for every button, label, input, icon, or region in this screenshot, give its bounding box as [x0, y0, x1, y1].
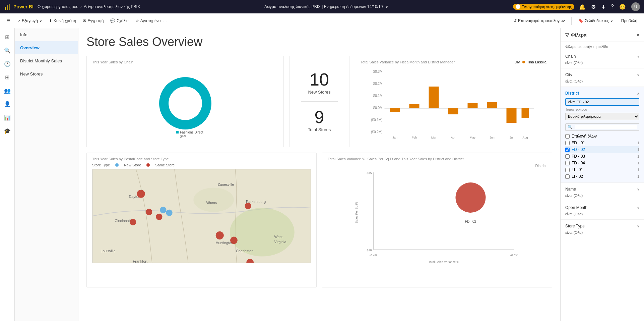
view-button[interactable]: Προβολή	[619, 17, 640, 24]
sidebar-learn-icon[interactable]: 🎓	[1, 125, 13, 137]
bubble-fd02[interactable]	[456, 182, 486, 213]
sidebar-recent-icon[interactable]: 🕐	[1, 58, 13, 70]
donut-legend-value: $4M	[180, 135, 186, 138]
filter-search-input[interactable]	[575, 125, 637, 129]
filter-store-type-section: Store Type ∨ είναι (Όλα)	[561, 220, 644, 238]
sidebar-shared-icon[interactable]: 👥	[1, 85, 13, 97]
donut-chart-panel[interactable]: This Year Sales by Chain Fashions Direct…	[86, 56, 284, 147]
export-icon: ↗	[17, 18, 20, 23]
ribbon: ☰ ↗ Εξαγωγή ∨ ⬆ Κοινή χρήση ✉ Εγγραφή 💬 …	[0, 13, 644, 28]
store-dot[interactable]	[216, 231, 224, 239]
app-logo[interactable]: Power BI	[4, 3, 34, 10]
feedback-icon[interactable]: 😊	[619, 4, 626, 10]
bar-jul[interactable]	[507, 108, 517, 123]
bar-feb[interactable]	[409, 104, 420, 108]
svg-text:Jul: Jul	[510, 136, 514, 139]
store-dot[interactable]	[130, 219, 136, 225]
user-avatar[interactable]: U	[631, 2, 640, 11]
comments-button[interactable]: 💬 Σχόλια	[108, 17, 131, 24]
fd03-checkbox[interactable]	[565, 154, 570, 159]
filter-city-header[interactable]: City ∨	[565, 71, 639, 78]
bookmarks-button[interactable]: 🔖 Σελιδοδείκτες ∨	[576, 17, 616, 24]
filter-district-item-fd02[interactable]: FD - 02 1	[565, 146, 639, 153]
svg-text:Charleston: Charleston	[236, 249, 253, 253]
filter-type-select[interactable]: Βασικό φιλτράρισμα	[565, 113, 639, 120]
nav-item-district-monthly-sales[interactable]: District Monthly Sales	[15, 54, 78, 67]
filter-store-type-header[interactable]: Store Type ∨	[565, 222, 639, 230]
favorites-button[interactable]: ☆ Αγαπημένο ...	[133, 17, 170, 24]
menu-icon[interactable]: ☰	[4, 17, 13, 24]
settings-icon[interactable]: ⚙	[591, 4, 596, 10]
filter-district-header[interactable]: District ∧	[565, 90, 639, 97]
bar-apr[interactable]	[448, 108, 458, 114]
chevron-down-icon[interactable]: ∨	[385, 4, 388, 9]
report-name[interactable]: Δείγμα ανάλυσης λιανικής PBIX	[84, 4, 140, 9]
filter-name-header[interactable]: Name ∨	[565, 185, 639, 193]
nav-item-overview[interactable]: Overview	[15, 41, 78, 54]
new-look-toggle[interactable]: Ενεργοποίηση νέας εμφάνισης	[513, 4, 575, 10]
bar-chart-panel[interactable]: Total Sales Variance by FiscalMonth and …	[355, 56, 552, 147]
li02-checkbox[interactable]	[565, 174, 570, 179]
filter-chain-section: Chain ∨ είναι (Όλα)	[561, 50, 644, 68]
map-title: This Year Sales by PostalCode and Store …	[92, 157, 169, 161]
notification-icon[interactable]: 🔔	[579, 4, 586, 10]
store-dot[interactable]	[245, 203, 251, 209]
li01-checkbox[interactable]	[565, 168, 570, 172]
filter-district-item-fd04[interactable]: FD - 04 1	[565, 160, 639, 166]
bar-aug[interactable]	[522, 108, 529, 118]
download-icon[interactable]: ⬇	[601, 4, 605, 10]
bar-jan[interactable]	[390, 108, 400, 112]
bar-jun[interactable]	[487, 102, 497, 108]
filter-city-label: City	[565, 72, 572, 77]
store-dot[interactable]	[146, 209, 152, 215]
li02-label: LI - 02	[572, 174, 583, 179]
store-dot[interactable]	[230, 236, 238, 244]
new-store-dot-map[interactable]	[166, 210, 172, 216]
help-icon[interactable]: ?	[611, 4, 614, 10]
new-store-dot-map[interactable]	[160, 207, 166, 213]
fd02-checkbox[interactable]	[565, 148, 570, 152]
city-chevron-icon: ∨	[637, 73, 639, 77]
filter-open-month-value: είναι (Όλα)	[565, 211, 639, 217]
filter-chain-header[interactable]: Chain ∨	[565, 53, 639, 60]
filter-open-month-header[interactable]: Open Month ∨	[565, 204, 639, 211]
filter-select-all-item[interactable]: Επιλογή όλων	[565, 133, 639, 140]
filter-funnel-icon: ▽	[565, 32, 569, 38]
nav-item-info[interactable]: Info	[15, 28, 78, 41]
store-dot[interactable]	[137, 190, 145, 198]
fd04-checkbox[interactable]	[565, 161, 570, 165]
map-container[interactable]: Dayton Cincinnati Zanesville Athens Park…	[92, 169, 311, 263]
filter-collapse-icon[interactable]: »	[637, 32, 639, 38]
restore-button[interactable]: ↺ Επαναφορά προεπιλογών	[511, 17, 567, 24]
scatter-area: $15 $10 -0.4% -0.3% Sales Per Sq Ft Tota…	[328, 169, 546, 283]
svg-text:Sales Per Sq Ft: Sales Per Sq Ft	[355, 202, 358, 223]
nav-label-district-monthly-sales: District Monthly Sales	[20, 58, 62, 63]
filter-district-item-li01[interactable]: LI - 01 1	[565, 166, 639, 173]
filter-district-item-li02[interactable]: LI - 02 1	[565, 173, 639, 180]
sidebar-search-icon[interactable]: 🔍	[1, 44, 13, 56]
filter-district-item-fd03[interactable]: FD - 03 1	[565, 153, 639, 160]
map-panel[interactable]: This Year Sales by PostalCode and Store …	[86, 153, 317, 287]
workspace-link[interactable]: Ο χώρος εργασίας μου	[38, 4, 78, 9]
fd01-count: 1	[637, 141, 639, 145]
sidebar-home-icon[interactable]: ⊞	[1, 31, 13, 43]
bar-mar[interactable]	[429, 87, 439, 108]
store-dot[interactable]	[156, 214, 162, 220]
svg-point-19	[193, 188, 234, 212]
svg-rect-0	[5, 7, 6, 10]
sidebar-person-icon[interactable]: 👤	[1, 98, 13, 110]
nav-item-new-stores[interactable]: New Stores	[15, 67, 78, 81]
scatter-chart-panel[interactable]: Total Sales Variance %. Sales Per Sq Ft …	[322, 153, 552, 287]
filter-header-label: Φίλτρα	[571, 32, 587, 38]
bar-may[interactable]	[468, 103, 478, 108]
subscribe-button[interactable]: ✉ Εγγραφή	[80, 17, 106, 24]
filter-district-item-fd01[interactable]: FD - 01 1	[565, 140, 639, 146]
store-type-chevron-icon: ∨	[637, 224, 639, 228]
map-svg: Dayton Cincinnati Zanesville Athens Park…	[92, 169, 311, 263]
share-button[interactable]: ⬆ Κοινή χρήση	[46, 17, 79, 24]
export-button[interactable]: ↗ Εξαγωγή ∨	[14, 17, 45, 24]
sidebar-apps-icon[interactable]: ⊞	[1, 71, 13, 83]
fd01-checkbox[interactable]	[565, 141, 570, 145]
sidebar-data-icon[interactable]: 📊	[1, 111, 13, 123]
select-all-checkbox[interactable]	[565, 134, 570, 139]
